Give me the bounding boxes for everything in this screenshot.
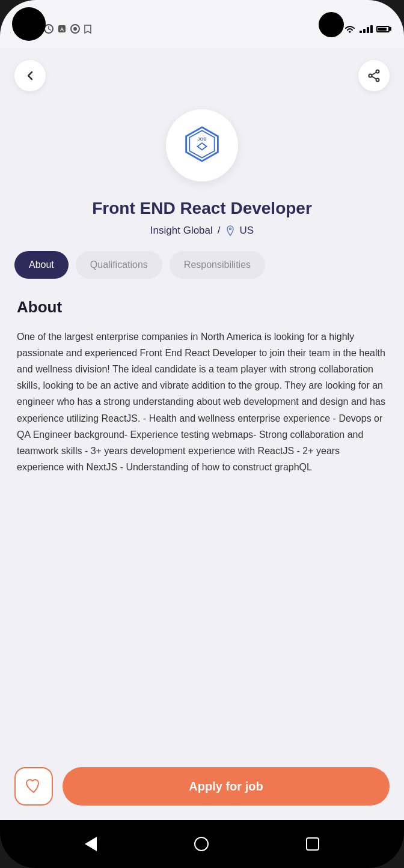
- back-arrow-icon: [24, 70, 36, 82]
- apply-label: Apply for job: [189, 780, 263, 794]
- battery-icon: [376, 26, 390, 32]
- tab-responsibilities[interactable]: Responsibilities: [170, 251, 265, 279]
- svg-line-10: [372, 76, 376, 79]
- signal-icon: [360, 25, 373, 33]
- nav-bar: [0, 820, 404, 868]
- wifi-icon: [344, 24, 356, 34]
- app-content: JOB Front END React Developer Insight Gl…: [0, 48, 404, 820]
- svg-text:JOB: JOB: [197, 136, 207, 142]
- nav-recent-button[interactable]: [306, 837, 319, 851]
- job-title: Front END React Developer: [14, 198, 390, 219]
- bottom-actions: Apply for job: [0, 757, 404, 820]
- tab-qualifications[interactable]: Qualifications: [76, 251, 162, 279]
- heart-icon: [25, 778, 42, 794]
- top-nav: [0, 48, 404, 97]
- circle-icon: [70, 24, 80, 34]
- apply-button[interactable]: Apply for job: [63, 767, 390, 806]
- company-logo-bg: JOB: [166, 109, 238, 181]
- share-button[interactable]: [358, 60, 390, 91]
- location-icon: [225, 225, 235, 236]
- company-logo-container: JOB: [0, 109, 404, 181]
- svg-marker-11: [186, 127, 218, 161]
- location-text: US: [240, 225, 254, 237]
- favorite-button[interactable]: [14, 767, 53, 806]
- svg-text:A: A: [60, 26, 64, 32]
- svg-point-6: [376, 70, 379, 73]
- svg-marker-12: [189, 130, 214, 157]
- about-section: About One of the largest enterprise comp…: [0, 298, 404, 476]
- tabs-container: About Qualifications Responsibilities: [0, 251, 404, 279]
- about-title: About: [17, 298, 387, 317]
- company-name: Insight Global: [150, 225, 213, 237]
- tab-about[interactable]: About: [14, 251, 69, 279]
- job-title-section: Front END React Developer Insight Global…: [0, 198, 404, 237]
- svg-point-7: [376, 79, 379, 82]
- about-body: One of the largest enterprise companies …: [17, 329, 387, 476]
- a-icon: A: [57, 24, 67, 34]
- screen: JOB Front END React Developer Insight Gl…: [0, 48, 404, 820]
- svg-point-4: [73, 27, 77, 31]
- divider: /: [218, 225, 221, 237]
- svg-line-9: [372, 73, 376, 76]
- company-logo: JOB: [183, 125, 221, 166]
- tab-qualifications-label: Qualifications: [90, 259, 148, 270]
- status-bar-right: [344, 24, 390, 34]
- svg-point-15: [229, 228, 231, 229]
- back-button[interactable]: [14, 60, 46, 91]
- svg-point-8: [369, 74, 372, 77]
- status-icons: A: [44, 24, 92, 34]
- nav-home-button[interactable]: [194, 837, 209, 851]
- company-location: Insight Global / US: [14, 225, 390, 237]
- bookmark-icon: [84, 24, 92, 34]
- tab-about-label: About: [29, 259, 54, 270]
- svg-marker-14: [197, 143, 206, 150]
- share-icon: [367, 69, 381, 82]
- nav-back-button[interactable]: [85, 837, 97, 851]
- tab-responsibilities-label: Responsibilities: [184, 259, 251, 270]
- svg-point-5: [349, 31, 351, 33]
